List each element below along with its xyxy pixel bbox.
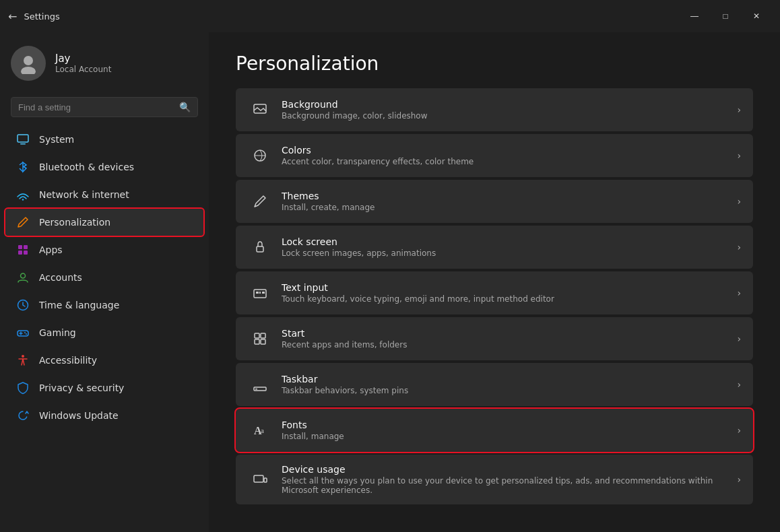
back-icon[interactable]: ← bbox=[8, 10, 17, 23]
fonts-title: Fonts bbox=[282, 420, 730, 430]
start-title: Start bbox=[282, 328, 730, 339]
titlebar-left: ← Settings bbox=[8, 10, 60, 23]
themes-title: Themes bbox=[282, 191, 730, 201]
themes-description: Install, create, manage bbox=[282, 203, 730, 212]
sidebar-item-label-privacy: Privacy & security bbox=[39, 383, 124, 393]
taskbar-title: Taskbar bbox=[282, 374, 730, 385]
content-area: Personalization BackgroundBackground ima… bbox=[209, 32, 780, 532]
themes-icon bbox=[248, 189, 272, 213]
taskbar-icon bbox=[248, 372, 272, 397]
time-icon bbox=[16, 298, 30, 312]
sidebar-item-system[interactable]: System bbox=[5, 126, 203, 153]
colors-icon bbox=[248, 143, 272, 168]
svg-rect-3 bbox=[20, 143, 26, 145]
titlebar-controls: — □ ✕ bbox=[679, 5, 772, 27]
sidebar-item-privacy[interactable]: Privacy & security bbox=[5, 374, 203, 401]
sidebar-item-label-time: Time & language bbox=[39, 300, 119, 310]
update-icon bbox=[16, 409, 30, 422]
svg-rect-25 bbox=[261, 339, 265, 344]
colors-description: Accent color, transparency effects, colo… bbox=[282, 157, 730, 166]
user-name: Jay bbox=[55, 53, 111, 65]
avatar bbox=[11, 46, 46, 81]
themes-chevron-icon: › bbox=[737, 196, 741, 207]
sidebar-item-accessibility[interactable]: Accessibility bbox=[5, 347, 203, 374]
sidebar: Jay Local Account 🔍 SystemBluetooth & de… bbox=[0, 32, 209, 532]
sidebar-item-label-network: Network & internet bbox=[39, 189, 129, 200]
start-description: Recent apps and items, folders bbox=[282, 340, 730, 350]
svg-rect-6 bbox=[24, 245, 28, 249]
accounts-icon bbox=[16, 271, 30, 284]
maximize-button[interactable]: □ bbox=[710, 5, 741, 27]
svg-point-9 bbox=[21, 273, 26, 278]
textinput-title: Text input bbox=[282, 282, 730, 293]
deviceusage-icon bbox=[248, 467, 272, 492]
settings-item-textinput[interactable]: Text inputTouch keyboard, voice typing, … bbox=[236, 271, 753, 314]
fonts-chevron-icon: › bbox=[737, 425, 741, 436]
settings-item-start[interactable]: StartRecent apps and items, folders› bbox=[236, 317, 753, 360]
settings-item-background[interactable]: BackgroundBackground image, color, slide… bbox=[236, 88, 753, 131]
gaming-icon bbox=[16, 326, 30, 339]
nav-list: SystemBluetooth & devicesNetwork & inter… bbox=[0, 125, 209, 430]
svg-point-13 bbox=[26, 333, 27, 335]
sidebar-item-network[interactable]: Network & internet bbox=[5, 181, 203, 208]
svg-rect-30 bbox=[254, 475, 263, 482]
search-input[interactable] bbox=[18, 102, 174, 112]
main-layout: Jay Local Account 🔍 SystemBluetooth & de… bbox=[0, 32, 780, 532]
svg-point-1 bbox=[21, 67, 36, 74]
svg-point-14 bbox=[22, 355, 24, 358]
sidebar-item-bluetooth[interactable]: Bluetooth & devices bbox=[5, 154, 203, 180]
search-box[interactable]: 🔍 bbox=[11, 97, 198, 117]
sidebar-item-label-bluetooth: Bluetooth & devices bbox=[39, 162, 134, 172]
fonts-icon: Aa bbox=[248, 418, 272, 442]
textinput-icon bbox=[248, 281, 272, 305]
colors-chevron-icon: › bbox=[737, 150, 741, 161]
search-icon: 🔍 bbox=[179, 102, 191, 112]
apps-icon bbox=[16, 243, 30, 257]
textinput-description: Touch keyboard, voice typing, emoji and … bbox=[282, 294, 730, 304]
user-info: Jay Local Account bbox=[55, 53, 111, 74]
settings-item-taskbar[interactable]: TaskbarTaskbar behaviors, system pins› bbox=[236, 363, 753, 406]
user-section[interactable]: Jay Local Account bbox=[0, 32, 209, 92]
svg-rect-31 bbox=[264, 478, 267, 482]
svg-rect-24 bbox=[255, 339, 259, 344]
sidebar-item-time[interactable]: Time & language bbox=[5, 292, 203, 319]
svg-rect-8 bbox=[24, 251, 28, 255]
svg-rect-19 bbox=[256, 292, 259, 294]
background-icon bbox=[248, 98, 272, 122]
deviceusage-chevron-icon: › bbox=[737, 474, 741, 485]
taskbar-chevron-icon: › bbox=[737, 379, 741, 390]
svg-point-12 bbox=[24, 332, 26, 333]
sidebar-item-label-gaming: Gaming bbox=[39, 327, 76, 338]
background-title: Background bbox=[282, 99, 730, 110]
lockscreen-chevron-icon: › bbox=[737, 242, 741, 253]
svg-rect-23 bbox=[261, 333, 265, 338]
sidebar-item-apps[interactable]: Apps bbox=[5, 236, 203, 263]
sidebar-item-label-accessibility: Accessibility bbox=[39, 355, 97, 366]
sidebar-item-label-update: Windows Update bbox=[39, 410, 119, 421]
sidebar-item-update[interactable]: Windows Update bbox=[5, 402, 203, 429]
system-icon bbox=[16, 133, 30, 146]
settings-item-colors[interactable]: ColorsAccent color, transparency effects… bbox=[236, 134, 753, 177]
privacy-icon bbox=[16, 381, 30, 395]
bluetooth-icon bbox=[16, 160, 30, 174]
settings-item-lockscreen[interactable]: Lock screenLock screen images, apps, ani… bbox=[236, 226, 753, 269]
background-chevron-icon: › bbox=[737, 104, 741, 115]
fonts-description: Install, manage bbox=[282, 432, 730, 441]
start-chevron-icon: › bbox=[737, 333, 741, 344]
sidebar-item-personalization[interactable]: Personalization bbox=[5, 209, 203, 236]
svg-rect-27 bbox=[255, 389, 257, 390]
sidebar-item-label-personalization: Personalization bbox=[39, 217, 110, 228]
minimize-button[interactable]: — bbox=[679, 5, 710, 27]
svg-rect-5 bbox=[18, 245, 22, 249]
settings-item-fonts[interactable]: AaFontsInstall, manage› bbox=[236, 409, 753, 452]
svg-rect-2 bbox=[18, 135, 28, 142]
close-button[interactable]: ✕ bbox=[741, 5, 772, 27]
taskbar-description: Taskbar behaviors, system pins bbox=[282, 386, 730, 395]
sidebar-item-gaming[interactable]: Gaming bbox=[5, 319, 203, 346]
textinput-chevron-icon: › bbox=[737, 288, 741, 298]
settings-item-themes[interactable]: ThemesInstall, create, manage› bbox=[236, 180, 753, 223]
sidebar-item-label-accounts: Accounts bbox=[39, 272, 82, 283]
settings-item-deviceusage[interactable]: Device usageSelect all the ways you plan… bbox=[236, 455, 753, 504]
sidebar-item-accounts[interactable]: Accounts bbox=[5, 264, 203, 291]
lockscreen-title: Lock screen bbox=[282, 236, 730, 247]
